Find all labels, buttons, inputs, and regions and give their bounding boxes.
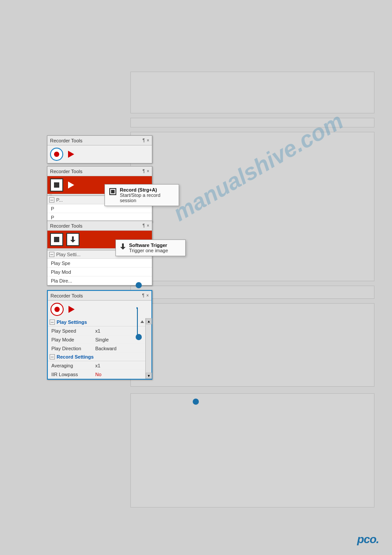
averaging-label: Averaging <box>51 363 95 368</box>
tooltip-desc-trigger: Trigger one image <box>129 248 168 253</box>
right-panel-1 <box>130 72 374 113</box>
right-panel-5 <box>130 303 374 387</box>
right-panel-4 <box>130 286 374 299</box>
toolbar-4 <box>48 301 151 318</box>
record-section-header: ─ Record Settings <box>48 353 151 361</box>
play-expand-btn[interactable]: ─ <box>50 319 55 325</box>
scroll-arrow-up-4[interactable]: ▲ <box>146 318 152 324</box>
play-section-header: ─ Play Settings <box>48 318 151 326</box>
close-icon-1[interactable]: × <box>147 138 149 143</box>
right-panel-2 <box>130 118 374 127</box>
play-direction-row: Play Direction Backward <box>48 344 151 353</box>
titlebar-2: Recorder Tools ¶ × <box>47 167 152 176</box>
record-button-4[interactable] <box>50 303 64 316</box>
play-button-4[interactable] <box>65 303 78 316</box>
close-icon-4[interactable]: × <box>146 293 149 298</box>
tooltip-desc-record: Start/Stop a record session <box>120 192 174 203</box>
titlebar-controls-2: ¶ × <box>143 169 149 174</box>
record-section-title: Record Settings <box>57 354 94 359</box>
record-button-1[interactable] <box>50 148 63 161</box>
recorder-window-3: Recorder Tools ¶ × ─ Play Setti... Play … <box>47 221 152 286</box>
label-speed-3: Play Spe <box>51 261 95 266</box>
iir-lowpass-row: IIR Lowpass No <box>48 370 151 379</box>
play-icon-2 <box>68 181 74 189</box>
trigger-button-3[interactable] <box>66 233 79 246</box>
trigger-arrow-icon <box>70 236 76 243</box>
titlebar-1: Recorder Tools ¶ × <box>47 136 152 145</box>
titlebar-controls-4: ¶ × <box>142 293 149 298</box>
close-icon-2[interactable]: × <box>147 169 149 174</box>
titlebar-controls-1: ¶ × <box>143 138 149 143</box>
pin-icon-3[interactable]: ¶ <box>143 223 145 228</box>
play-button-1[interactable] <box>65 148 78 161</box>
settings-row-mode-3: Play Mod <box>47 268 152 276</box>
tooltip-content-trigger: Software Trigger Trigger one image <box>129 243 168 253</box>
tooltip-content-record: Record (Strg+A) Start/Stop a record sess… <box>120 187 174 203</box>
connector-line-h1 <box>137 307 137 309</box>
play-direction-value: Backward <box>95 346 116 351</box>
titlebar-controls-3: ¶ × <box>143 223 149 228</box>
expand-btn-2[interactable]: ─ <box>49 197 54 203</box>
stop-button-3[interactable] <box>50 233 63 246</box>
play-section-title: Play Settings <box>57 319 87 325</box>
tooltip-trigger: Software Trigger Trigger one image <box>115 239 186 256</box>
section-label-2: P... <box>56 197 63 203</box>
label-extra-3: Pla Dire... <box>51 278 95 283</box>
window3-title: Recorder Tools <box>50 223 83 229</box>
blue-dot-1 <box>136 282 142 288</box>
right-panel-3 <box>130 132 374 281</box>
stop-button-2[interactable] <box>50 178 63 192</box>
collapse-icon-2[interactable]: ─ <box>49 192 52 197</box>
titlebar-4: Recorder Tools ¶ × <box>48 291 151 301</box>
close-icon-3[interactable]: × <box>147 223 149 228</box>
scroll-arrow-down-4[interactable]: ▼ <box>146 373 152 379</box>
tooltip-title-record: Record (Strg+A) <box>120 187 174 192</box>
tooltip-trigger-icon <box>120 243 126 250</box>
blue-dot-3 <box>193 399 199 405</box>
recorder-window-1: Recorder Tools ¶ × <box>47 135 152 163</box>
label-mode-3: Play Mod <box>51 269 95 275</box>
scrollbar-4[interactable]: ▲ ▼ <box>145 318 151 379</box>
averaging-row: Averaging x1 <box>48 361 151 370</box>
toolbar-1 <box>47 145 152 163</box>
play-mode-label: Play Mode <box>51 337 95 342</box>
svg-marker-0 <box>140 320 144 323</box>
pin-icon-2[interactable]: ¶ <box>143 169 145 174</box>
expand-btn-3[interactable]: ─ <box>49 252 54 257</box>
label-p2: P <box>51 215 95 220</box>
tooltip-title-trigger: Software Trigger <box>129 243 168 248</box>
scroll-up-4[interactable] <box>140 319 144 325</box>
label-p1: P <box>51 206 95 211</box>
blue-dot-2 <box>136 334 142 340</box>
play-direction-label: Play Direction <box>51 346 95 351</box>
pin-icon-1[interactable]: ¶ <box>143 138 145 143</box>
iir-lowpass-value: No <box>95 372 101 377</box>
titlebar-3: Recorder Tools ¶ × <box>47 221 152 231</box>
settings-container-4: ─ Play Settings Play Speed x1 Play Mode … <box>48 318 151 379</box>
connector-line-vertical <box>137 308 138 337</box>
play-speed-value: x1 <box>95 328 101 334</box>
tooltip-record: Record (Strg+A) Start/Stop a record sess… <box>104 184 179 206</box>
iir-lowpass-label: IIR Lowpass <box>51 372 95 377</box>
tooltip-square-icon <box>109 188 116 195</box>
play-mode-value: Single <box>95 337 109 342</box>
section-label-3: Play Setti... <box>56 252 81 257</box>
play-speed-row: Play Speed x1 <box>48 326 151 335</box>
record-expand-btn[interactable]: ─ <box>50 354 55 359</box>
window1-title: Recorder Tools <box>50 138 83 143</box>
averaging-value: x1 <box>95 363 101 368</box>
pco-logo: pco. <box>357 533 379 546</box>
right-panel-6 <box>130 393 374 508</box>
pin-icon-4[interactable]: ¶ <box>142 293 144 298</box>
window4-title: Recorder Tools <box>50 293 83 298</box>
play-speed-label: Play Speed <box>51 328 95 334</box>
window2-title: Recorder Tools <box>50 169 83 174</box>
recorder-window-2: Recorder Tools ¶ × ─ ─ P... P P <box>47 166 152 222</box>
settings-row-speed-3: Play Spe <box>47 259 152 268</box>
